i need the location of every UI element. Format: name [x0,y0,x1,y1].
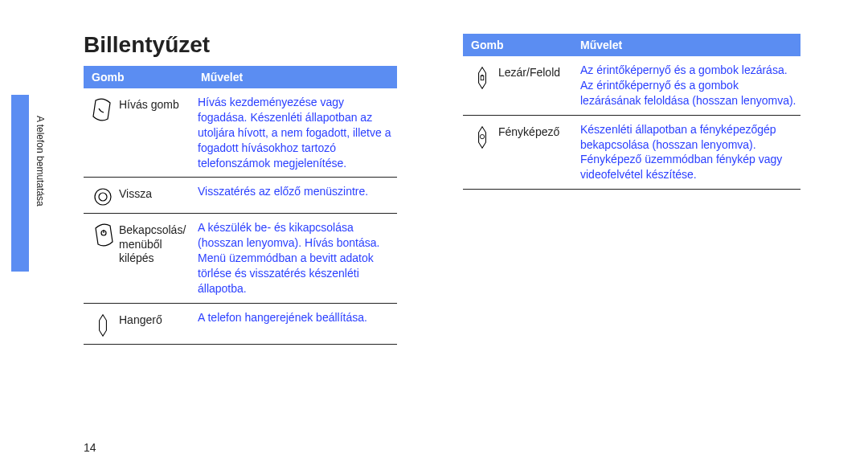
page-title: Billentyűzet [84,32,210,58]
side-tab [11,95,29,272]
row-operation: A telefon hangerejének beállítása. [198,310,394,325]
svg-rect-4 [481,76,484,80]
volume-icon [87,310,119,337]
row-operation: Hívás kezdeményezése vagy fogadása. Kész… [198,95,394,170]
row-operation: A készülék be- és kikapcsolása (hosszan … [198,220,394,296]
header-muvelet: Művelet [577,34,800,56]
lock-icon [466,63,498,90]
left-table: Gomb Művelet Hívás gomb Hívás kezdeménye… [84,66,397,345]
table-row: Lezár/Felold Az érintőképernyő és a gomb… [463,56,800,116]
svg-point-1 [99,193,107,201]
right-table: Gomb Művelet Lezár/Felold Az érintőképer… [463,34,800,190]
side-label: A telefon bemutatása [35,116,46,206]
table-row: Hívás gomb Hívás kezdeményezése vagy fog… [84,88,397,178]
page-number: 14 [84,441,96,454]
header-gomb: Gomb [84,66,198,88]
table-row: Vissza Visszatérés az előző menüszintre. [84,178,397,214]
table-header: Gomb Művelet [463,34,800,56]
table-row: Hangerő A telefon hangerejének beállítás… [84,304,397,345]
table-row: Bekapcsolás/ menüből kilépés A készülék … [84,214,397,303]
call-key-icon [87,95,119,122]
row-label: Vissza [119,184,198,202]
row-label: Hangerő [119,310,198,328]
row-label: Bekapcsolás/ menüből kilépés [119,220,198,266]
row-operation: Visszatérés az előző menüszintre. [198,184,394,199]
header-gomb: Gomb [463,34,577,56]
row-operation: Készenléti állapotban a fényképezőgép be… [580,122,797,183]
table-header: Gomb Művelet [84,66,397,88]
row-operation: Az érintőképernyő és a gombok lezárása. … [580,63,797,108]
svg-point-5 [480,134,484,138]
camera-icon [466,122,498,149]
power-exit-icon [87,220,119,247]
header-muvelet: Művelet [198,66,397,88]
svg-point-0 [95,189,111,205]
row-label: Fényképező [498,122,580,140]
row-label: Lezár/Felold [498,63,580,80]
row-label: Hívás gomb [119,95,198,112]
table-row: Fényképező Készenléti állapotban a fényk… [463,116,800,190]
back-icon [87,184,119,206]
